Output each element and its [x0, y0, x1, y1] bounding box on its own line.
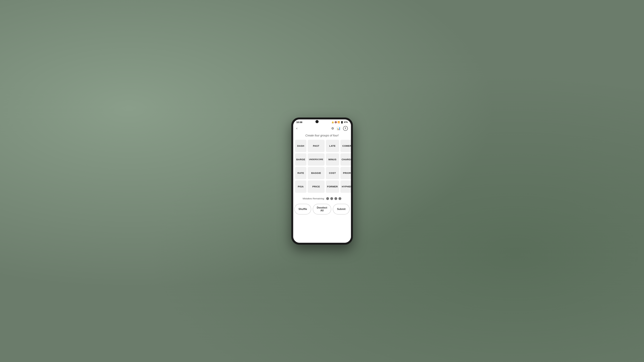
word-tile-underscore[interactable]: UNDERSCORE	[308, 153, 324, 166]
mistakes-dots	[326, 197, 341, 200]
mistake-dot-3	[334, 197, 337, 200]
chart-icon[interactable]: 📊	[336, 126, 340, 130]
word-tile-comer[interactable]: COMER	[340, 140, 351, 152]
word-tile-prior[interactable]: PRIOR	[340, 167, 351, 179]
bottom-buttons: Shuffle Deselect All Submit	[293, 202, 351, 218]
mute-icon: 🔇	[334, 121, 337, 123]
deselect-all-button[interactable]: Deselect All	[313, 204, 332, 215]
help-icon[interactable]: ?	[343, 126, 348, 131]
word-tile-rate[interactable]: RATE	[295, 167, 306, 179]
app-content: ‹ ⚙ 📊 ? Create four groups of four! DASH…	[293, 124, 351, 243]
mistake-dot-1	[326, 197, 329, 200]
mistake-dot-2	[330, 197, 333, 200]
shuffle-button[interactable]: Shuffle	[294, 204, 311, 215]
word-tile-late[interactable]: LATE	[326, 140, 339, 152]
signal-icon: ▐▌	[340, 121, 343, 123]
word-tile-hyphen[interactable]: HYPHEN	[340, 180, 351, 193]
word-tile-former[interactable]: FORMER	[326, 180, 339, 193]
submit-button[interactable]: Submit	[333, 204, 350, 215]
phone-screen: 10:08 🔔 🔇 📶 ▐▌ 67% ‹ ⚙ 📊 ?	[293, 119, 351, 243]
settings-icon[interactable]: ⚙	[331, 126, 334, 130]
phone-frame: 10:08 🔔 🔇 📶 ▐▌ 67% ‹ ⚙ 📊 ?	[291, 117, 353, 245]
word-tile-minus[interactable]: MINUS	[326, 153, 339, 166]
word-grid: DASH PAST LATE COMER BARGE UNDERSCORE	[293, 140, 351, 193]
word-tile-past[interactable]: PAST	[308, 140, 324, 152]
top-bar: ‹ ⚙ 📊 ?	[293, 124, 351, 132]
status-bar: 10:08 🔔 🔇 📶 ▐▌ 67%	[293, 119, 351, 124]
status-time: 10:08	[296, 121, 302, 123]
word-tile-baggie[interactable]: BAGGIE	[308, 167, 324, 179]
mistake-dot-4	[338, 197, 341, 200]
word-tile-barge[interactable]: BARGE	[295, 153, 306, 166]
word-tile-dash[interactable]: DASH	[295, 140, 306, 152]
word-tile-cost[interactable]: COST	[326, 167, 339, 179]
instruction-text: Create four groups of four!	[293, 132, 351, 140]
top-icons: ⚙ 📊 ?	[331, 126, 348, 131]
back-button[interactable]: ‹	[296, 126, 298, 130]
camera-notch	[316, 120, 318, 123]
alarm-icon: 🔔	[332, 121, 334, 123]
word-tile-charge[interactable]: CHARGE	[340, 153, 351, 166]
word-tile-price[interactable]: PRICE	[308, 180, 324, 193]
status-icons: 🔔 🔇 📶 ▐▌ 67%	[332, 121, 348, 123]
mistakes-label: Mistakes Remaining:	[303, 197, 324, 200]
mistakes-section: Mistakes Remaining:	[293, 195, 351, 202]
word-tile-pisa[interactable]: PISA	[295, 180, 306, 193]
wifi-icon: 📶	[338, 121, 340, 123]
battery-label: 67%	[344, 121, 348, 123]
